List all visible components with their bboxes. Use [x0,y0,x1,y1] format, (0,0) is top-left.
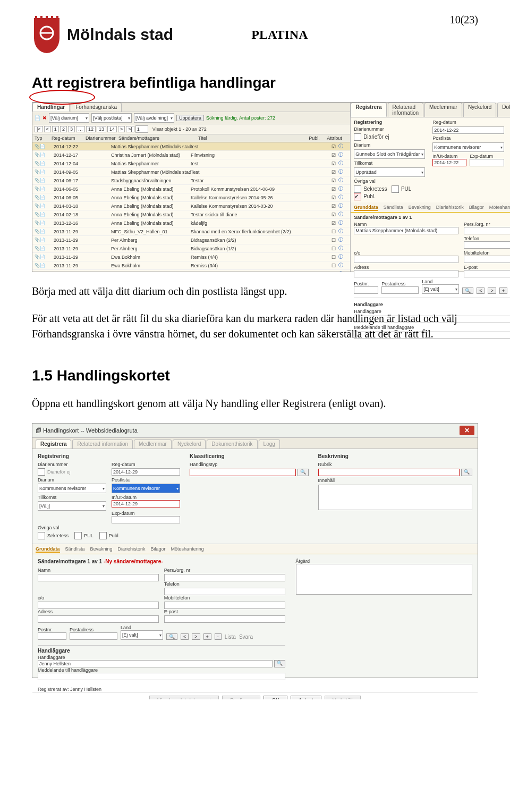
table-row[interactable]: 📎📄2014-02-18Anna Ebeling (Mölndals stad)… [32,210,350,219]
subtab-bevakning[interactable]: Bevakning [409,205,431,211]
table-row[interactable]: 📎📄2013-11-29Ewa BokholmRemiss (2/4)☐ⓘ [32,270,350,272]
pul-checkbox-2[interactable] [74,532,82,539]
new-icon[interactable]: 📄 [35,115,40,121]
table-row[interactable]: 📎📄2014-12-22Mattias Skepphammer (Mölndal… [32,142,350,151]
info-icon[interactable]: ⓘ [338,160,348,167]
pager-button[interactable]: < [44,126,51,132]
info-icon[interactable]: ⓘ [338,211,348,218]
epost-input-2[interactable] [164,615,285,623]
pager-button[interactable]: 2 [60,126,67,132]
subtab-grunddata[interactable]: Grunddata [36,546,60,553]
persorg-input-2[interactable] [164,574,285,581]
search-icon-2[interactable]: 🔍 [166,633,177,640]
add-button[interactable]: + [499,287,507,294]
tillkomst-select[interactable]: Upprättad▾ [354,167,425,177]
adress-input-2[interactable] [38,615,159,623]
info-icon[interactable]: ⓘ [338,228,348,235]
add-button-2[interactable]: + [203,633,211,640]
adress-input[interactable] [354,270,458,277]
namn-input[interactable]: Mattias Skepphammer (Mölndals stad) [354,227,458,234]
tab-registrera[interactable]: Registrera [36,439,71,449]
lista-label-2[interactable]: Lista [225,634,236,640]
column-header[interactable]: Typ [35,136,52,141]
pager-button[interactable]: 12 [86,126,96,132]
remove-button-2[interactable]: - [215,633,222,640]
pager-button[interactable]: 14 [107,126,117,132]
dialog-button-ok[interactable]: OK [264,696,287,699]
pager-button[interactable]: 13 [97,126,106,132]
close-icon[interactable]: ✕ [460,426,474,435]
publ-checkbox[interactable]: ✔ [354,193,361,200]
telefon-input-2[interactable] [164,588,285,595]
pager-button[interactable]: >| [126,126,134,132]
postlista-select-2[interactable]: Kommunens revisorer▾ [112,484,180,493]
subtab-bilagor[interactable]: Bilagor [151,546,166,553]
subtab-diariehistorik[interactable]: Diariehistorik [436,205,464,211]
table-row[interactable]: 📎📄2014-06-17StadsbyggnadsförvaltningenTe… [32,176,350,185]
regdatum-input[interactable]: 2014-12-22 [432,126,504,134]
column-header[interactable]: Titel [198,136,309,141]
tab-medlemmar[interactable]: Medlemmar [134,439,172,449]
persorg-input[interactable] [464,227,510,234]
subtab-sändlista[interactable]: Sändlista [384,205,403,211]
pul-checkbox[interactable] [392,185,399,193]
diarium-select-2[interactable]: Kommunens revisorer▾ [38,484,106,493]
delete-icon[interactable]: ✖ [42,115,47,121]
info-icon[interactable]: ⓘ [338,262,348,269]
diariefor-ej-checkbox-2[interactable] [38,468,45,476]
table-row[interactable]: 📎📄2014-06-05Anna Ebeling (Mölndals stad)… [32,185,350,193]
inut-input[interactable]: 2014-12-22 [432,159,466,166]
tab-dokumenthistorik[interactable]: Dokumenthistorik [207,439,257,449]
info-icon[interactable]: ⓘ [338,202,348,209]
postnr-input[interactable] [354,286,378,294]
info-icon[interactable]: ⓘ [338,177,348,184]
diariefor-ej-checkbox[interactable] [354,133,361,141]
co-input[interactable] [354,256,458,263]
pager-button[interactable]: 3 [68,126,75,132]
subtab-möteshantering[interactable]: Möteshantering [171,546,204,553]
subtab-sändlista[interactable]: Sändlista [65,546,85,553]
table-row[interactable]: 📎📄2014-03-18Anna Ebeling (Mölndals stad)… [32,202,350,210]
namn-input-2[interactable] [38,574,159,581]
postadr-input[interactable] [381,286,419,294]
inut-input-2[interactable]: 2014-12-29 [112,500,180,508]
pager-button[interactable]: 1 [52,126,59,132]
prev-button[interactable]: < [477,287,484,294]
land-select[interactable]: [Ej valt]▾ [422,284,459,294]
info-icon[interactable]: ⓘ [338,270,348,272]
tab-nyckelord[interactable]: Nyckelord [463,103,496,117]
info-icon[interactable]: ⓘ [338,219,348,226]
column-header[interactable]: Publ. [309,136,327,141]
info-icon[interactable]: ⓘ [338,194,348,201]
table-row[interactable]: 📎📄2014-12-17Christina Jornert (Mölndals … [32,151,350,159]
next-button[interactable]: > [488,287,496,294]
info-icon[interactable]: ⓘ [338,253,348,260]
tab-relaterad-information[interactable]: Relaterad information [72,439,133,449]
pager-button[interactable]: … [76,126,85,132]
mobil-input-2[interactable] [164,602,285,609]
info-icon[interactable]: ⓘ [338,151,348,158]
exp-input[interactable] [470,159,504,166]
innehall-textarea[interactable] [318,485,472,510]
column-header[interactable]: Sändare/mottagare [118,136,198,141]
rubrik-input[interactable] [318,469,460,476]
diarium-select[interactable]: [Välj diarium]▾ [49,113,89,123]
postadr-input-2[interactable] [70,632,117,640]
tab-registrera[interactable]: Registrera [351,103,386,117]
table-row[interactable]: 📎📄2013-11-29MFC_Sithu_V2_Hallen_01Skanna… [32,227,350,236]
telefon-input[interactable] [464,241,510,249]
handlaggare-input-2[interactable]: Jenny Hellsten [38,660,273,667]
publ-checkbox-2[interactable] [99,532,107,539]
table-row[interactable]: 📎📄2013-12-16Anna Ebeling (Mölndals stad)… [32,219,350,227]
sekretess-checkbox[interactable] [354,185,361,193]
tillkomst-select-2[interactable]: [Välj]▾ [38,501,106,511]
tab-logg[interactable]: Logg [259,439,280,449]
pager-button[interactable]: > [118,126,125,132]
uppdatera-button[interactable]: Uppdatera [176,115,204,121]
postlista-select-right[interactable]: Kommunens revisorer▾ [432,142,504,152]
table-row[interactable]: 📎📄2013-11-29Per AlmbergBidragsansökan (2… [32,236,350,244]
subtab-diariehistorik[interactable]: Diariehistorik [118,546,146,553]
table-row[interactable]: 📎📄2014-09-05Mattias Skepphammer (Mölndal… [32,168,350,176]
info-icon[interactable]: ⓘ [338,236,348,243]
handlingstyp-input-2[interactable] [190,469,295,476]
